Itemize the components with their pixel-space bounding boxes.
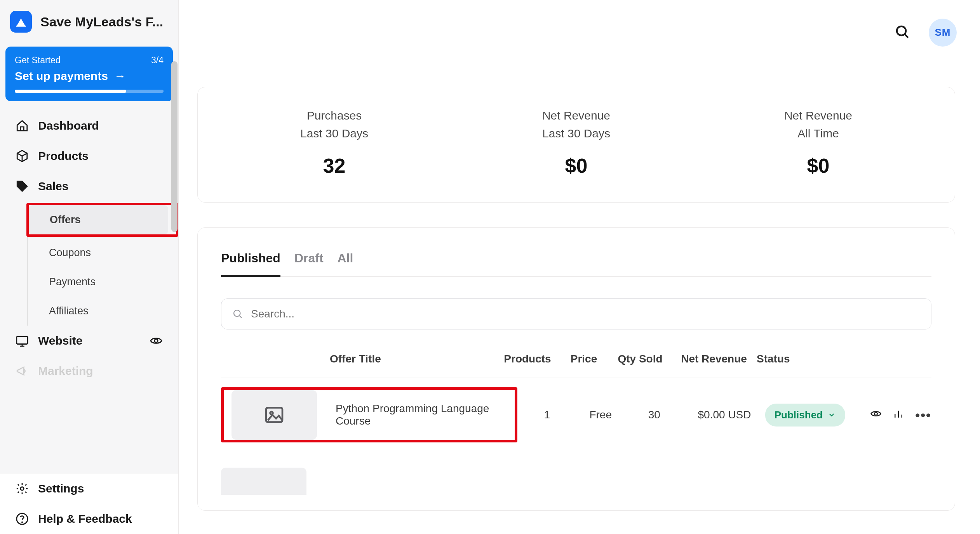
stat-net-revenue-all: Net Revenue All Time $0 [697,109,939,177]
sidebar-item-settings[interactable]: Settings [0,473,178,504]
tab-published[interactable]: Published [221,251,280,276]
search-input[interactable] [251,308,920,320]
sidebar-item-label: Payments [49,276,96,288]
svg-point-11 [875,412,878,415]
main: SM Purchases Last 30 Days 32 Net Revenue… [179,0,980,534]
stat-value: 32 [213,154,455,177]
offers-table: Offer Title Products Price Qty Sold Net … [221,353,931,495]
more-button[interactable]: ••• [915,407,931,423]
sidebar-item-sales[interactable]: Sales [0,171,178,201]
stat-sub: Last 30 Days [213,127,455,140]
topbar: SM [179,0,980,65]
get-started-progress: 3/4 [151,55,164,66]
tabs: Published Draft All [221,251,931,277]
svg-point-8 [234,310,240,316]
sidebar-sub-payments[interactable]: Payments [28,267,178,296]
th-price: Price [559,353,609,365]
sidebar-scrollbar[interactable] [171,61,178,232]
sidebar-item-marketing[interactable]: Marketing [0,356,178,386]
app-logo[interactable] [10,11,32,33]
sidebar-item-label: Dashboard [38,119,99,132]
search-input-wrap[interactable] [221,298,931,329]
stat-title: Net Revenue [455,109,697,122]
offer-qty: 30 [625,409,684,421]
sidebar-item-label: Marketing [38,364,93,378]
stat-sub: Last 30 Days [455,127,697,140]
th-qty: Qty Sold [609,353,671,365]
chevron-down-icon [827,411,836,419]
table-row[interactable]: Python Programming Language Course 1 Fre… [221,378,931,452]
sidebar-item-dashboard[interactable]: Dashboard [0,111,178,141]
get-started-progress-bar [15,90,164,93]
status-text: Published [775,409,823,421]
tab-draft[interactable]: Draft [294,251,324,276]
offers-search-row [221,298,931,329]
svg-point-3 [155,339,158,343]
svg-rect-0 [16,26,26,27]
svg-point-1 [19,183,21,185]
search-icon [232,309,243,319]
get-started-label: Get Started [15,55,61,66]
stat-value: $0 [697,154,939,177]
megaphone-icon [16,364,29,378]
avatar[interactable]: SM [929,19,957,47]
sidebar-sub-offers[interactable]: Offers [29,205,168,234]
tab-all[interactable]: All [338,251,353,276]
avatar-initials: SM [935,26,951,38]
sidebar-item-label: Help & Feedback [38,512,132,525]
stat-purchases: Purchases Last 30 Days 32 [213,109,455,177]
sidebar-item-label: Settings [38,482,84,495]
highlight-offers: Offers [26,203,178,237]
svg-rect-2 [17,336,28,344]
th-title: Offer Title [330,353,496,365]
offer-title: Python Programming Language Course [317,402,515,427]
sidebar-item-label: Website [38,334,82,347]
stat-title: Net Revenue [697,109,939,122]
eye-icon[interactable] [150,334,163,347]
offer-products: 1 [517,409,576,421]
sidebar-item-label: Sales [38,180,68,193]
stat-value: $0 [455,154,697,177]
arrow-right-icon: → [114,69,126,83]
sidebar-bottom: Settings Help & Feedback [0,473,178,534]
get-started-action: Set up payments [15,69,108,83]
stats-card: Purchases Last 30 Days 32 Net Revenue La… [197,87,955,203]
table-header: Offer Title Products Price Qty Sold Net … [221,353,931,378]
gear-icon [16,482,29,495]
sidebar-item-products[interactable]: Products [0,141,178,171]
status-badge[interactable]: Published [765,404,845,427]
sidebar-item-website[interactable]: Website [0,326,178,356]
sidebar-item-help[interactable]: Help & Feedback [0,504,178,534]
sidebar-header: Save MyLeads's F... [0,0,178,47]
sidebar-item-label: Offers [50,214,81,225]
table-row-next [221,468,931,495]
th-revenue: Net Revenue [671,353,757,365]
stat-title: Purchases [213,109,455,122]
offer-revenue: $0.00 USD [684,409,765,421]
stats-button[interactable] [893,408,904,422]
search-button[interactable] [895,24,910,41]
sidebar-sub-coupons[interactable]: Coupons [28,238,178,267]
sidebar-item-label: Affiliates [49,305,89,317]
box-icon [16,149,29,163]
sidebar: Save MyLeads's F... Get Started 3/4 Set … [0,0,179,534]
offer-thumbnail-partial [221,468,306,495]
stat-net-revenue-30: Net Revenue Last 30 Days $0 [455,109,697,177]
content: Purchases Last 30 Days 32 Net Revenue La… [179,65,980,534]
get-started-card[interactable]: Get Started 3/4 Set up payments → [5,47,173,101]
highlight-row-left: Python Programming Language Course [221,387,517,442]
sidebar-item-label: Coupons [49,247,91,258]
svg-point-6 [22,522,22,522]
svg-point-7 [897,26,906,35]
th-products: Products [496,353,559,365]
offer-thumbnail [232,390,317,440]
help-icon [16,512,29,525]
preview-button[interactable] [870,408,882,422]
sidebar-sub-affiliates[interactable]: Affiliates [28,296,178,326]
th-status: Status [757,353,846,365]
sidebar-item-label: Products [38,149,89,163]
sales-submenu: Offers Coupons Payments Affiliates [27,203,178,326]
home-icon [16,119,29,132]
tag-icon [16,180,29,193]
offers-card: Published Draft All Offer Title Products [197,227,955,511]
